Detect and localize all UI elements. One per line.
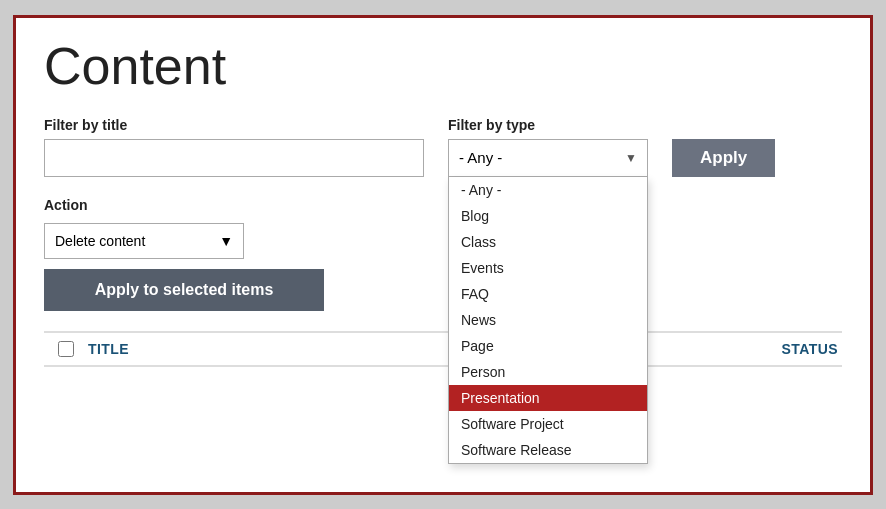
filter-type-group: Filter by type - Any - ▼ - Any - Blog Cl…	[448, 117, 648, 177]
dropdown-item-software-project[interactable]: Software Project	[449, 411, 647, 437]
filter-type-label: Filter by type	[448, 117, 648, 133]
filters-row: Filter by title Filter by type - Any - ▼…	[44, 117, 842, 177]
filter-type-dropdown: - Any - Blog Class Events FAQ News Page …	[448, 177, 648, 464]
action-row: Action Delete content ▼ Apply to selecte…	[44, 197, 842, 311]
apply-button[interactable]: Apply	[672, 139, 775, 177]
filter-title-label: Filter by title	[44, 117, 424, 133]
page-title: Content	[44, 38, 842, 95]
filter-type-select[interactable]: - Any - ▼	[448, 139, 648, 177]
dropdown-item-class[interactable]: Class	[449, 229, 647, 255]
dropdown-item-presentation[interactable]: Presentation	[449, 385, 647, 411]
filter-title-group: Filter by title	[44, 117, 424, 177]
chevron-down-icon: ▼	[219, 233, 233, 249]
dropdown-item-news[interactable]: News	[449, 307, 647, 333]
page-container: Content Filter by title Filter by type -…	[13, 15, 873, 495]
action-select[interactable]: Delete content ▼	[44, 223, 244, 259]
filter-title-input[interactable]	[44, 139, 424, 177]
filter-type-selected-value: - Any -	[459, 149, 502, 166]
table-select-all-col	[44, 341, 88, 357]
dropdown-item-faq[interactable]: FAQ	[449, 281, 647, 307]
select-all-checkbox[interactable]	[58, 341, 74, 357]
dropdown-item-blog[interactable]: Blog	[449, 203, 647, 229]
table-status-header: STATUS	[742, 341, 842, 357]
chevron-down-icon: ▼	[625, 151, 637, 165]
dropdown-item-software-release[interactable]: Software Release	[449, 437, 647, 463]
filter-type-wrapper: - Any - ▼ - Any - Blog Class Events FAQ …	[448, 139, 648, 177]
action-label: Action	[44, 197, 842, 213]
apply-selected-button[interactable]: Apply to selected items	[44, 269, 324, 311]
action-selected-value: Delete content	[55, 233, 145, 249]
dropdown-item-page[interactable]: Page	[449, 333, 647, 359]
table-header-row: TITLE T STATUS	[44, 331, 842, 367]
dropdown-item-person[interactable]: Person	[449, 359, 647, 385]
dropdown-item-events[interactable]: Events	[449, 255, 647, 281]
dropdown-item-any[interactable]: - Any -	[449, 177, 647, 203]
